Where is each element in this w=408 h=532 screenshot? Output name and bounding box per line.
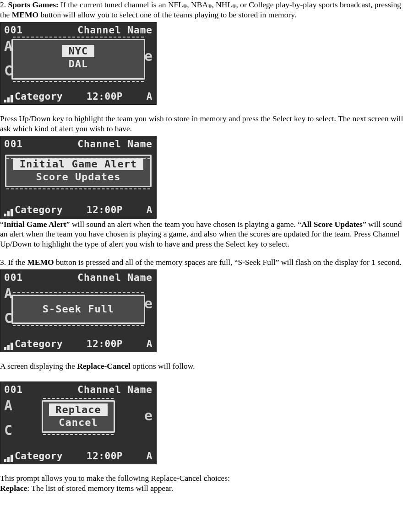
- bg-letter: e: [144, 295, 152, 312]
- signal-bars-icon: [4, 343, 13, 350]
- antenna-label: A: [147, 204, 152, 216]
- signal-bars-icon: [4, 455, 13, 462]
- signal-bars-icon: [4, 95, 13, 102]
- popup-option-selected: Initial Game Alert: [13, 158, 143, 171]
- time-label: 12:00P: [87, 450, 123, 462]
- bg-letter: e: [144, 48, 152, 65]
- text: button is pressed and all of the memory …: [54, 258, 402, 267]
- popup-option: DAL: [16, 57, 140, 71]
- channel-name: Channel Name: [77, 272, 152, 284]
- channel-name: Channel Name: [77, 24, 152, 36]
- channel-name: Channel Name: [77, 384, 152, 396]
- time-label: 12:00P: [87, 338, 123, 350]
- bg-letter: A: [4, 398, 13, 414]
- popup-team-select: NYC DAL: [11, 39, 145, 80]
- popup-option-selected: NYC: [62, 45, 95, 58]
- category-label: Category: [15, 338, 63, 350]
- registered-mark: ®: [232, 3, 236, 9]
- text: 3. If the: [0, 258, 27, 267]
- category-label: Category: [15, 450, 63, 462]
- text: 2.: [0, 0, 8, 9]
- bold-initial-game-alert: Initial Game Alert: [4, 220, 66, 229]
- popup-option: Cancel: [48, 416, 109, 430]
- text: If the current tuned channel is an NFL: [59, 0, 183, 9]
- antenna-label: A: [147, 450, 152, 462]
- category-label: Category: [15, 91, 63, 102]
- paragraph-memo-full: 3. If the MEMO button is pressed and all…: [0, 258, 408, 268]
- paragraph-replace-cancel-intro: A screen displaying the Replace-Cancel o…: [0, 361, 408, 371]
- text: “: [0, 220, 4, 229]
- channel-number: 001: [4, 24, 23, 36]
- channel-number: 001: [4, 138, 23, 150]
- popup-option: Score Updates: [10, 170, 147, 184]
- popup-alert-type: Initial Game Alert Score Updates: [5, 155, 152, 187]
- bold-replace: Replace: [0, 484, 27, 493]
- text: ” will sound an alert when the team you …: [66, 220, 301, 229]
- channel-name: Channel Name: [77, 138, 152, 150]
- lcd-screenshot-team-select: 001 Channel Name A C e NYC DAL Category …: [0, 22, 157, 105]
- lcd-screenshot-replace-cancel: 001 Channel Name A C e Replace Cancel Ca…: [0, 382, 157, 464]
- popup-sseek-full: S-Seek Full: [11, 295, 145, 324]
- bg-letter: e: [144, 407, 152, 425]
- antenna-label: A: [147, 338, 152, 350]
- text: : The list of stored memory items will a…: [27, 484, 173, 493]
- category-label: Category: [15, 204, 63, 216]
- bold-all-score-updates: All Score Updates: [301, 220, 363, 229]
- paragraph-press-updown: Press Up/Down key to highlight the team …: [0, 114, 408, 134]
- text: , NBA: [187, 0, 208, 9]
- paragraph-prompt-choices: This prompt allows you to make the follo…: [0, 473, 408, 484]
- paragraph-replace-desc: Replace: The list of stored memory items…: [0, 484, 408, 494]
- time-label: 12:00P: [87, 91, 123, 102]
- bg-letter: C: [4, 423, 13, 438]
- registered-mark: ®: [183, 3, 187, 9]
- channel-number: 001: [4, 384, 23, 396]
- time-label: 12:00P: [87, 204, 123, 216]
- popup-option-selected: Replace: [49, 403, 108, 416]
- bold-replace-cancel: Replace-Cancel: [77, 361, 131, 371]
- paragraph-sports-games: 2. Sports Games: If the current tuned ch…: [0, 0, 408, 20]
- popup-replace-cancel: Replace Cancel: [42, 400, 115, 433]
- antenna-label: A: [147, 91, 152, 102]
- bold-sports-games: Sports Games:: [8, 0, 59, 9]
- text: , NHL: [212, 0, 232, 9]
- signal-bars-icon: [4, 209, 13, 216]
- paragraph-alert-explain: “Initial Game Alert” will sound an alert…: [0, 220, 408, 250]
- channel-number: 001: [4, 272, 23, 284]
- bold-memo: MEMO: [12, 10, 38, 19]
- lcd-screenshot-sseek-full: 001 Channel Name A C e S-Seek Full Categ…: [0, 269, 157, 352]
- registered-mark: ®: [208, 3, 212, 9]
- text: button will allow you to select one of t…: [38, 10, 296, 19]
- lcd-screenshot-alert-type: 001 Channel Name Initial Game Alert Scor…: [0, 136, 157, 219]
- text: A screen displaying the: [0, 361, 77, 371]
- text: options will follow.: [131, 361, 195, 371]
- bold-memo: MEMO: [27, 258, 54, 267]
- popup-message: S-Seek Full: [16, 302, 140, 316]
